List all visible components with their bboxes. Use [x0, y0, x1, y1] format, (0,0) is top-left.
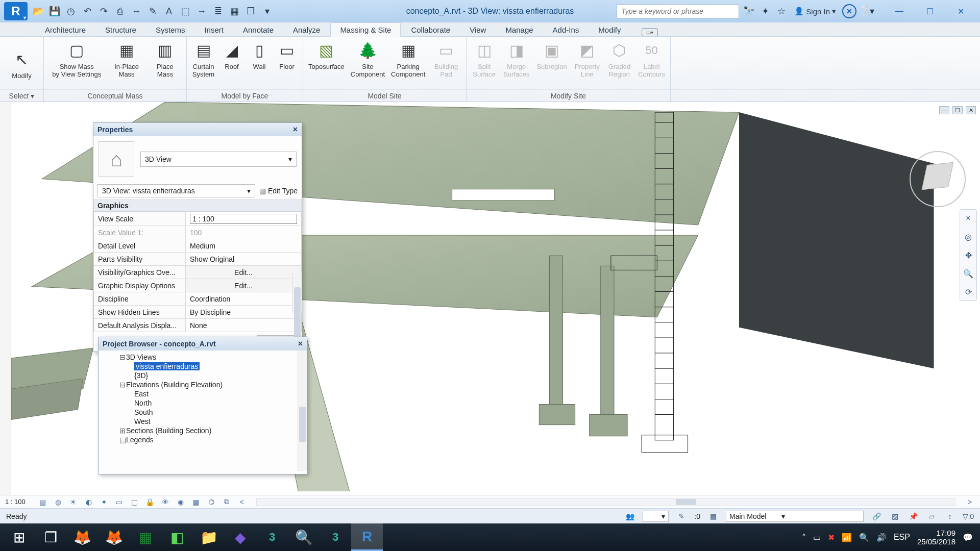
- drag-elements-icon[interactable]: ↕: [944, 511, 955, 521]
- view-close-icon[interactable]: ✕: [966, 106, 976, 114]
- reveal-icon[interactable]: ◉: [176, 497, 186, 507]
- tray-language[interactable]: ESP: [894, 533, 910, 542]
- sign-in-button[interactable]: 👤 Sign In ▾: [794, 7, 836, 16]
- view-scale-field[interactable]: 1 : 100: [186, 212, 302, 226]
- taskbar-excel[interactable]: ▦: [130, 523, 161, 551]
- zoom-icon[interactable]: 🔍: [963, 268, 974, 279]
- taskbar-3dsmax-2[interactable]: 3: [320, 523, 351, 551]
- start-button[interactable]: ⊞: [3, 523, 35, 551]
- place-mass-button[interactable]: ▥ Place Mass: [149, 40, 181, 79]
- vg-edit-button[interactable]: Edit...: [186, 266, 302, 279]
- properties-close-icon[interactable]: ×: [293, 125, 298, 134]
- tab-addins[interactable]: Add-Ins: [544, 23, 589, 36]
- tray-clock[interactable]: 17:09 25/05/2018: [917, 529, 955, 546]
- exchange-apps-icon[interactable]: ✕: [842, 4, 856, 18]
- 3d-icon[interactable]: ⬚: [180, 6, 191, 17]
- app-menu-button[interactable]: R: [4, 2, 28, 20]
- tray-wifi-icon[interactable]: 📶: [842, 533, 852, 542]
- taskbar-3dsmax-1[interactable]: 3: [256, 523, 288, 551]
- tab-view[interactable]: View: [460, 23, 495, 36]
- taskbar-firefox-1[interactable]: 🦊: [66, 523, 98, 551]
- binoculars-icon[interactable]: 🔭: [742, 5, 755, 18]
- expand-icon[interactable]: ⊞: [119, 427, 126, 435]
- collapse-icon[interactable]: ⊟: [119, 381, 126, 389]
- view-cube[interactable]: [910, 151, 966, 207]
- switch-win-icon[interactable]: ❐: [245, 6, 256, 17]
- taskbar-app-purple[interactable]: ◆: [225, 523, 256, 551]
- gdo-edit-button[interactable]: Edit...: [186, 279, 302, 292]
- ribbon-collapse-toggle[interactable]: ▭▾: [642, 28, 658, 36]
- analysis-display-field[interactable]: None: [186, 319, 302, 332]
- temp-hide-icon[interactable]: 👁: [160, 497, 170, 507]
- task-view-button[interactable]: ❐: [35, 523, 66, 551]
- select-links-icon[interactable]: 🔗: [871, 511, 882, 521]
- filter-icon[interactable]: ▽:0: [963, 511, 974, 521]
- close-hidden-icon[interactable]: ▦: [229, 6, 240, 17]
- select-underlay-icon[interactable]: ▨: [889, 511, 900, 521]
- parking-component-button[interactable]: ▦Parking Component: [391, 40, 425, 79]
- reveal-constraints-icon[interactable]: ⧉: [222, 497, 232, 507]
- sun-path-icon[interactable]: ☀: [68, 497, 79, 507]
- site-component-button[interactable]: 🌲Site Component: [351, 40, 385, 79]
- browser-scrollbar[interactable]: [298, 350, 307, 471]
- tab-systems[interactable]: Systems: [146, 23, 194, 36]
- help-search-input[interactable]: [617, 4, 739, 18]
- tab-analyze[interactable]: Analyze: [284, 23, 329, 36]
- show-mass-button[interactable]: ▢ Show Mass by View Settings: [49, 40, 104, 79]
- tree-node-south[interactable]: South: [102, 408, 304, 417]
- category-graphics[interactable]: Graphics: [93, 199, 302, 212]
- dim-icon[interactable]: ✎: [147, 6, 158, 17]
- wall-button[interactable]: ▯Wall: [249, 40, 270, 71]
- properties-scrollbar[interactable]: [292, 273, 302, 313]
- open-icon[interactable]: 📂: [33, 6, 44, 17]
- curtain-system-button[interactable]: ▤Curtain System: [192, 40, 215, 79]
- design-option-combo[interactable]: Main Model▾: [726, 511, 864, 522]
- select-pinned-icon[interactable]: 📌: [908, 511, 919, 521]
- instance-selector[interactable]: 3D View: vissta enfierraduras▾: [97, 184, 255, 197]
- tray-notifications-icon[interactable]: 💬: [963, 533, 973, 542]
- rendering-icon[interactable]: ✦: [99, 497, 109, 507]
- tab-insert[interactable]: Insert: [195, 23, 233, 36]
- help-icon[interactable]: ❔▾: [860, 5, 873, 18]
- hidden-lines-field[interactable]: By Discipline: [186, 306, 302, 319]
- tab-collaborate[interactable]: Collaborate: [402, 23, 459, 36]
- tab-architecture[interactable]: Architecture: [36, 23, 95, 36]
- crop-visible-icon[interactable]: ▢: [130, 497, 140, 507]
- discipline-field[interactable]: Coordination: [186, 292, 302, 306]
- taskbar-explorer[interactable]: 📁: [193, 523, 225, 551]
- taskbar-revit[interactable]: R: [351, 523, 383, 551]
- inplace-mass-button[interactable]: ▦ In-Place Mass: [110, 40, 142, 79]
- worksets-icon[interactable]: ▦: [191, 497, 201, 507]
- orbit-icon[interactable]: ⟳: [963, 286, 974, 297]
- collapse-icon[interactable]: ⊟: [119, 353, 126, 361]
- pan-icon[interactable]: ✥: [963, 249, 974, 261]
- taskbar-camtasia[interactable]: ◧: [161, 523, 193, 551]
- view-scale-label[interactable]: 1 : 100: [5, 498, 26, 506]
- tab-annotate[interactable]: Annotate: [234, 23, 283, 36]
- project-browser-tree[interactable]: ⊟3D Views vissta enfierraduras {3D} ⊟Ele…: [99, 350, 307, 471]
- edit-type-button[interactable]: ▦Edit Type: [259, 187, 298, 195]
- tab-massing-site[interactable]: Massing & Site: [330, 22, 401, 37]
- browser-close-icon[interactable]: ×: [298, 339, 303, 348]
- tray-battery-icon[interactable]: ▭: [813, 533, 821, 542]
- view-minimize-icon[interactable]: —: [939, 106, 949, 114]
- viewbar-back-icon[interactable]: <: [237, 497, 247, 507]
- redo-icon[interactable]: ↷: [98, 6, 109, 17]
- workset-combo[interactable]: ▾: [643, 511, 669, 522]
- window-maximize-button[interactable]: ☐: [915, 2, 945, 20]
- horizontal-scrollbar[interactable]: [256, 498, 955, 506]
- visual-style-icon[interactable]: ◍: [53, 497, 63, 507]
- tray-volume-icon[interactable]: 🔊: [876, 533, 887, 542]
- tab-structure[interactable]: Structure: [96, 23, 145, 36]
- undo-icon[interactable]: ↶: [82, 6, 93, 17]
- print-icon[interactable]: ⎙: [114, 6, 126, 17]
- thin-lines-icon[interactable]: ≣: [212, 6, 224, 17]
- qat-custom-icon[interactable]: ▾: [261, 6, 273, 17]
- detail-level-icon[interactable]: ▤: [38, 497, 48, 507]
- analytical-icon[interactable]: ⌬: [206, 497, 216, 507]
- select-face-icon[interactable]: ▱: [926, 511, 937, 521]
- tree-node-west[interactable]: West: [102, 417, 304, 426]
- nav-close-icon[interactable]: ×: [963, 213, 974, 224]
- window-minimize-button[interactable]: —: [884, 2, 915, 20]
- taskbar-firefox-2[interactable]: 🦊: [98, 523, 130, 551]
